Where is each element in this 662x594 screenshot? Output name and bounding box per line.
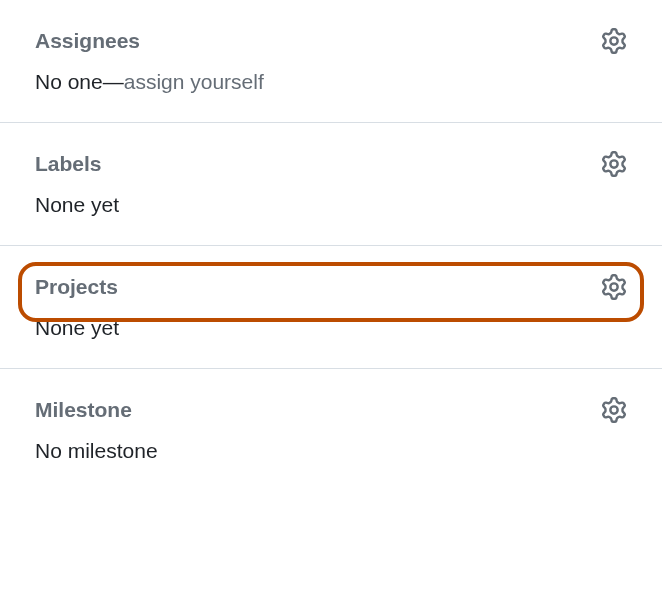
projects-header: Projects (35, 274, 627, 300)
issue-sidebar: Assignees No one—assign yourself Labels … (0, 0, 662, 491)
projects-title: Projects (35, 275, 118, 299)
labels-content: None yet (35, 193, 627, 217)
labels-title: Labels (35, 152, 102, 176)
dash-separator: — (103, 70, 124, 93)
assign-yourself-link[interactable]: assign yourself (124, 70, 264, 93)
milestone-content: No milestone (35, 439, 627, 463)
milestone-title: Milestone (35, 398, 132, 422)
projects-content: None yet (35, 316, 627, 340)
labels-header: Labels (35, 151, 627, 177)
assignees-title: Assignees (35, 29, 140, 53)
projects-section: Projects None yet (0, 246, 662, 369)
assignees-section: Assignees No one—assign yourself (0, 0, 662, 123)
assignees-header: Assignees (35, 28, 627, 54)
milestone-section: Milestone No milestone (0, 369, 662, 491)
gear-icon[interactable] (601, 151, 627, 177)
gear-icon[interactable] (601, 397, 627, 423)
gear-icon[interactable] (601, 274, 627, 300)
gear-icon[interactable] (601, 28, 627, 54)
labels-section: Labels None yet (0, 123, 662, 246)
milestone-header: Milestone (35, 397, 627, 423)
no-one-text: No one (35, 70, 103, 93)
assignees-content: No one—assign yourself (35, 70, 627, 94)
